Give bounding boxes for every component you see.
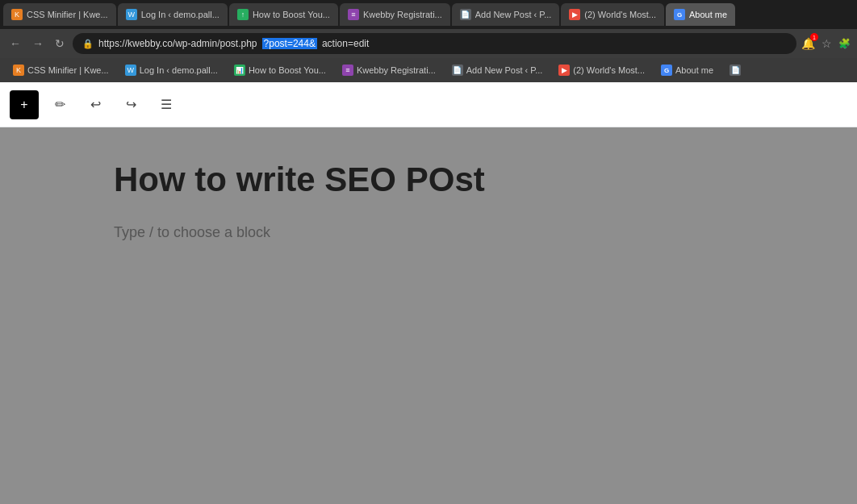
- bookmark-favicon-1: K: [13, 65, 24, 76]
- bookmark-favicon-2: W: [125, 65, 136, 76]
- bookmark-label-6: (2) World's Most...: [573, 65, 645, 75]
- url-suffix: action=edit: [322, 38, 369, 49]
- url-highlight: ?post=244&: [262, 38, 317, 49]
- tab-label-2: Log In ‹ demo.pall...: [141, 10, 219, 19]
- tab-label-3: How to Boost You...: [253, 10, 330, 19]
- tab-bar: K CSS Minifier | Kwe... W Log In ‹ demo.…: [0, 0, 857, 29]
- bookmark-favicon-4: ≡: [342, 65, 353, 76]
- notification-badge: 1: [810, 33, 818, 41]
- tab-label-5: Add New Post ‹ P...: [475, 10, 552, 19]
- tab-favicon-5: 📄: [460, 9, 471, 20]
- editor-area: + ✏ ↩ ↪ ☰ How to write SEO POst Type / t…: [0, 82, 857, 504]
- bookmark-label-7: About me: [675, 65, 713, 75]
- bookmark-label-4: Kwebby Registrati...: [357, 65, 436, 75]
- bookmark-boost[interactable]: 📊 How to Boost You...: [228, 63, 332, 77]
- bookmark-favicon-6: ▶: [558, 65, 570, 76]
- pen-button[interactable]: ✏: [45, 90, 74, 119]
- bookmark-label-1: CSS Minifier | Kwe...: [27, 65, 109, 75]
- notification-bell-wrapper: 🔔 1: [801, 36, 815, 51]
- add-block-button[interactable]: +: [10, 90, 39, 119]
- extensions-icon[interactable]: 🧩: [838, 38, 851, 49]
- bookmark-login[interactable]: W Log In ‹ demo.pall...: [119, 63, 224, 77]
- undo-button[interactable]: ↩: [81, 90, 110, 119]
- tab-login[interactable]: W Log In ‹ demo.pall...: [118, 3, 228, 26]
- bookmark-label-2: Log In ‹ demo.pall...: [140, 65, 218, 75]
- tab-favicon-7: G: [674, 9, 685, 20]
- tab-about-me[interactable]: G About me: [666, 3, 735, 26]
- bookmark-label-3: How to Boost You...: [249, 65, 326, 75]
- browser-chrome: K CSS Minifier | Kwe... W Log In ‹ demo.…: [0, 0, 857, 82]
- address-bar-row: ← → ↻ 🔒 https://kwebby.co/wp-admin/post.…: [0, 29, 857, 58]
- tab-label-6: (2) World's Most...: [584, 10, 656, 19]
- tab-label-4: Kwebby Registrati...: [363, 10, 442, 19]
- reload-button[interactable]: ↻: [52, 35, 68, 52]
- tab-registration[interactable]: ≡ Kwebby Registrati...: [340, 3, 450, 26]
- editor-document: How to write SEO POst Type / to choose a…: [114, 160, 743, 472]
- tab-favicon-3: ↑: [237, 9, 249, 20]
- tab-favicon-6: ▶: [569, 9, 580, 20]
- post-title[interactable]: How to write SEO POst: [114, 160, 743, 200]
- tab-favicon-1: K: [11, 9, 23, 20]
- tab-label-7: About me: [689, 10, 727, 19]
- bookmark-label-5: Add New Post ‹ P...: [466, 65, 543, 75]
- tab-favicon-4: ≡: [348, 9, 359, 20]
- bookmark-css-minifier[interactable]: K CSS Minifier | Kwe...: [6, 63, 115, 77]
- bookmark-registration[interactable]: ≡ Kwebby Registrati...: [336, 63, 442, 77]
- bookmark-favicon-8: 📄: [729, 65, 741, 76]
- browser-actions: 🔔 1 ☆ 🧩: [801, 36, 851, 51]
- bookmark-favicon-3: 📊: [234, 65, 245, 76]
- editor-content: How to write SEO POst Type / to choose a…: [0, 127, 857, 504]
- bookmark-add-new-post[interactable]: 📄 Add New Post ‹ P...: [445, 63, 550, 77]
- redo-button[interactable]: ↪: [116, 90, 145, 119]
- tab-boost[interactable]: ↑ How to Boost You...: [229, 3, 338, 26]
- address-bar[interactable]: 🔒 https://kwebby.co/wp-admin/post.php?po…: [73, 33, 796, 54]
- bookmark-extra[interactable]: 📄: [723, 63, 747, 77]
- star-icon[interactable]: ☆: [821, 37, 832, 50]
- list-view-button[interactable]: ☰: [152, 90, 181, 119]
- tab-favicon-2: W: [126, 9, 137, 20]
- bookmark-favicon-7: G: [661, 65, 672, 76]
- gutenberg-toolbar: + ✏ ↩ ↪ ☰: [0, 82, 857, 127]
- tab-css-minifier[interactable]: K CSS Minifier | Kwe...: [3, 3, 116, 26]
- lock-icon: 🔒: [82, 39, 94, 49]
- tab-label-1: CSS Minifier | Kwe...: [27, 10, 108, 19]
- url-base: https://kwebby.co/wp-admin/post.php: [98, 38, 257, 49]
- bookmark-youtube[interactable]: ▶ (2) World's Most...: [552, 63, 651, 77]
- post-placeholder[interactable]: Type / to choose a block: [114, 224, 743, 241]
- back-button[interactable]: ←: [6, 35, 24, 52]
- bookmarks-bar: K CSS Minifier | Kwe... W Log In ‹ demo.…: [0, 58, 857, 82]
- bookmark-favicon-5: 📄: [452, 65, 463, 76]
- tab-add-new-post[interactable]: 📄 Add New Post ‹ P...: [452, 3, 560, 26]
- bookmark-about-me[interactable]: G About me: [654, 63, 720, 77]
- forward-button[interactable]: →: [29, 35, 47, 52]
- tab-youtube[interactable]: ▶ (2) World's Most...: [561, 3, 664, 26]
